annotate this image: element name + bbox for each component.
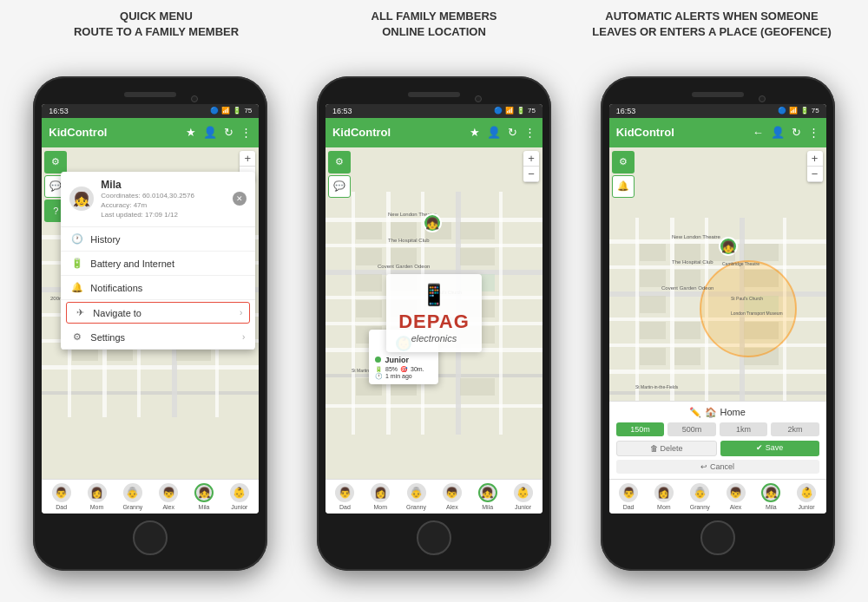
svg-rect-75 <box>609 239 826 244</box>
svg-text:Covent Garden Odeon: Covent Garden Odeon <box>378 264 430 269</box>
history-icon: 🕐 <box>71 233 83 245</box>
family-junior-1[interactable]: 👶 Junior <box>230 483 249 510</box>
phone-2: 16:53 🔵 📶 🔋 75 KidControl ★ 👤 ↻ <box>317 76 551 571</box>
family-mom-3[interactable]: 👩 Mom <box>654 483 674 510</box>
status-bar-2: 16:53 🔵 📶 🔋 75 <box>326 104 542 118</box>
radius-150m[interactable]: 150m <box>616 422 665 436</box>
more-icon-3[interactable]: ⋮ <box>808 126 819 139</box>
zoom-in-1[interactable]: + <box>240 151 255 167</box>
more-icon-2[interactable]: ⋮ <box>524 126 536 139</box>
app-toolbar-2: KidControl ★ 👤 ↻ ⋮ <box>326 118 542 147</box>
geofence-title: ✏️ 🏠 Home <box>616 407 819 418</box>
family-dad-2[interactable]: 👨 Dad <box>335 483 354 510</box>
radius-1km[interactable]: 1km <box>720 422 768 436</box>
svg-rect-81 <box>609 391 826 395</box>
family-granny-2[interactable]: 👵 Granny <box>406 483 426 510</box>
status-bar-1: 16:53 🔵 📶 🔋 75 <box>42 104 259 118</box>
svg-text:London Transport Museum: London Transport Museum <box>412 316 464 321</box>
back-icon-3[interactable]: ← <box>753 126 764 139</box>
home-button-2[interactable] <box>417 520 451 555</box>
svg-rect-48 <box>499 192 503 435</box>
chat-btn-2[interactable]: 💬 <box>328 175 351 198</box>
geofence-panel: ✏️ 🏠 Home 150m 500m 1km 2km 🗑 Delete ✔ S… <box>609 401 826 479</box>
map-area-1: New London Theatre The Hospital Club Cov… <box>42 147 259 479</box>
popup-name: Mila <box>101 179 194 191</box>
radius-2km[interactable]: 2km <box>771 422 819 436</box>
family-mila-3[interactable]: 👧 Mila <box>761 483 780 510</box>
svg-rect-45 <box>386 192 391 435</box>
zoom-in-3[interactable]: + <box>807 151 823 167</box>
svg-rect-98 <box>640 348 666 365</box>
family-dad-1[interactable]: 👨 Dad <box>52 483 71 510</box>
alex-avatar-1: 👦 <box>159 483 178 502</box>
captions-row: QUICK MENU ROUTE TO A FAMILY MEMBER ALL … <box>0 9 868 40</box>
refresh-icon-3[interactable]: ↻ <box>792 126 801 139</box>
family-alex-1[interactable]: 👦 Alex <box>159 483 178 510</box>
family-granny-3[interactable]: 👵 Granny <box>690 483 710 510</box>
save-button[interactable]: ✔ Save <box>720 441 819 456</box>
refresh-icon-1[interactable]: ↻ <box>224 126 233 139</box>
popup-coords: Coordinates: 60.0104,30.2576 Accuracy: 4… <box>101 191 194 220</box>
side-panel-3: ⚙ 🔔 <box>609 147 637 201</box>
svg-rect-52 <box>356 248 382 265</box>
svg-rect-91 <box>674 270 700 287</box>
settings-btn-3[interactable]: ⚙ <box>612 151 635 173</box>
zoom-in-2[interactable]: + <box>523 151 539 167</box>
close-popup-btn[interactable]: ✕ <box>233 192 247 206</box>
svg-rect-56 <box>460 222 495 239</box>
menu-history[interactable]: 🕐 History <box>61 227 255 252</box>
zoom-controls-3: + − <box>807 151 823 182</box>
family-mila-1[interactable]: 👧 Mila <box>194 483 214 510</box>
family-mila-2[interactable]: 👧 Mila <box>478 483 497 510</box>
family-junior-3[interactable]: 👶 Junior <box>797 483 816 510</box>
svg-text:The Hospital Club: The Hospital Club <box>388 238 430 243</box>
family-junior-2[interactable]: 👶 Junior <box>514 483 533 510</box>
svg-rect-49 <box>356 222 382 239</box>
app-title-3: KidControl <box>616 126 674 139</box>
menu-settings[interactable]: ⚙ Settings › <box>61 325 255 350</box>
settings-btn-1[interactable]: ⚙ <box>44 151 67 173</box>
add-member-icon-1[interactable]: 👤 <box>203 126 217 139</box>
svg-rect-76 <box>609 265 826 269</box>
phone-camera-2 <box>475 95 482 102</box>
refresh-icon-2[interactable]: ↻ <box>508 126 517 139</box>
more-icon-1[interactable]: ⋮ <box>240 126 252 139</box>
zoom-out-3[interactable]: − <box>807 167 823 182</box>
add-member-icon-2[interactable]: 👤 <box>487 126 501 139</box>
menu-navigate[interactable]: ✈ Navigate to › <box>66 302 250 324</box>
home-button-3[interactable] <box>700 520 735 555</box>
radius-500m[interactable]: 500m <box>667 422 716 436</box>
junior-name-1: Junior <box>231 504 247 510</box>
cancel-button[interactable]: ↩ Cancel <box>616 460 819 474</box>
dad-name-1: Dad <box>56 504 67 510</box>
family-alex-3[interactable]: 👦 Alex <box>727 483 746 510</box>
navigate-icon: ✈ <box>74 307 86 318</box>
family-mom-2[interactable]: 👩 Mom <box>371 483 390 510</box>
status-bar-3: 16:53 🔵 📶 🔋 75 <box>609 104 826 118</box>
add-member-icon-3[interactable]: 👤 <box>771 126 785 139</box>
star-icon-2[interactable]: ★ <box>470 126 480 139</box>
junior-time: 🕐 1 min ago <box>375 373 432 380</box>
family-alex-2[interactable]: 👦 Alex <box>443 483 462 510</box>
family-mom-1[interactable]: 👩 Mom <box>88 483 107 510</box>
svg-rect-44 <box>352 192 355 435</box>
settings-menu-icon: ⚙ <box>71 331 83 343</box>
time-2: 16:53 <box>332 107 352 115</box>
menu-notifications[interactable]: 🔔 Notifications <box>61 276 255 300</box>
family-dad-3[interactable]: 👨 Dad <box>619 483 638 510</box>
svg-rect-99 <box>674 348 700 365</box>
home-button-1[interactable] <box>133 520 168 555</box>
family-bar-3: 👨 Dad 👩 Mom 👵 Granny 👦 Alex <box>609 479 826 514</box>
svg-rect-97 <box>674 322 700 339</box>
settings-btn-2[interactable]: ⚙ <box>328 151 351 173</box>
bell-btn-3[interactable]: 🔔 <box>612 175 635 198</box>
zoom-out-2[interactable]: − <box>523 167 539 182</box>
svg-rect-83 <box>670 218 674 409</box>
menu-battery[interactable]: 🔋 Battery and Internet <box>61 252 255 276</box>
star-icon-1[interactable]: ★ <box>186 126 196 139</box>
svg-text:Cambridge Theatre: Cambridge Theatre <box>722 261 760 266</box>
delete-button[interactable]: 🗑 Delete <box>616 441 717 456</box>
dad-avatar-1: 👨 <box>52 483 71 502</box>
status-icons-2: 🔵 📶 🔋 75 <box>494 107 536 115</box>
family-granny-1[interactable]: 👵 Granny <box>122 483 142 510</box>
